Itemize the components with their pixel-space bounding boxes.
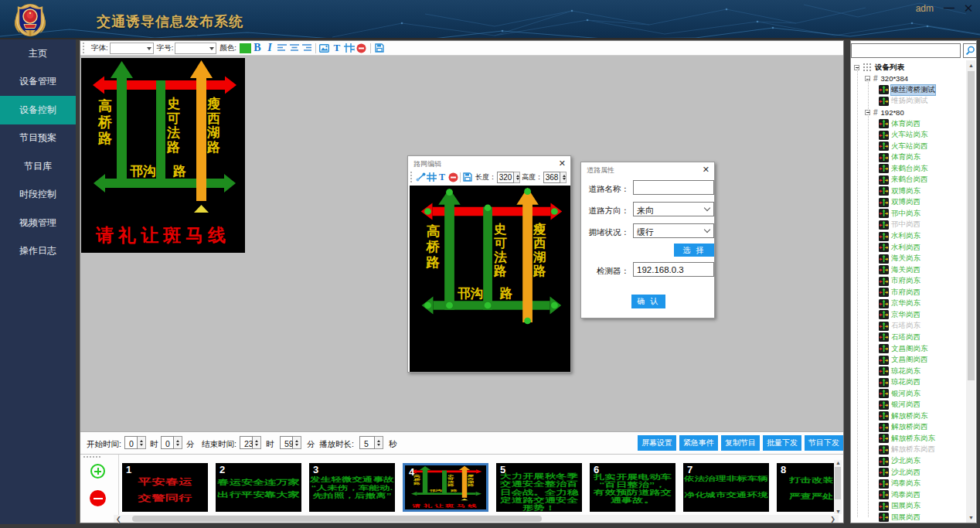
draw-road-button[interactable] — [416, 171, 426, 183]
tree-device-海关岗西[interactable]: 海关岗西 — [891, 265, 920, 275]
road-direction-select[interactable]: 来向 — [633, 202, 714, 216]
device-search-input[interactable] — [851, 43, 961, 58]
road-name-input[interactable] — [633, 180, 714, 195]
italic-button[interactable]: I — [264, 42, 275, 54]
tree-device-水利岗东[interactable]: 水利岗东 — [891, 231, 920, 241]
horizontal-scrollbar[interactable]: ❮ ❯ — [114, 515, 839, 523]
tree-device-琼花岗西[interactable]: 琼花岗西 — [891, 377, 920, 387]
delete-program-button[interactable] — [90, 490, 106, 506]
action-button-复制节目[interactable]: 复制节目 — [721, 435, 760, 451]
tree-device-银河岗西[interactable]: 银河岗西 — [891, 400, 920, 410]
road-node-handle[interactable] — [524, 318, 531, 325]
tree-device-文昌阁岗东[interactable]: 文昌阁岗东 — [891, 344, 928, 354]
delete-tool-button[interactable] — [448, 171, 458, 183]
network-edit-canvas[interactable]: 高桥路史可法路瘦西湖路邗沟路 — [410, 186, 570, 372]
tree-device-邗中岗西[interactable]: 邗中岗西 — [891, 220, 920, 230]
add-program-button[interactable] — [90, 464, 105, 479]
program-thumbnail-6[interactable]: 6扎实开展电动车“百日整治”，有效预防道路交通事故。 — [590, 463, 675, 512]
end-hour-spinner[interactable]: 23 — [240, 436, 261, 449]
tree-device-体育岗东[interactable]: 体育岗东 — [891, 152, 920, 162]
spinner-buttons[interactable] — [375, 436, 383, 449]
road-node-handle[interactable] — [551, 208, 558, 215]
tree-device-鸿泰岗东[interactable]: 鸿泰岗东 — [891, 479, 920, 489]
save-network-button[interactable] — [463, 171, 473, 183]
sidebar-item-主页[interactable]: 主页 — [0, 39, 76, 68]
tree-device-来鹤台岗东[interactable]: 来鹤台岗东 — [891, 164, 928, 174]
tree-device-市府岗西[interactable]: 市府岗西 — [891, 288, 920, 298]
tree-root-label[interactable]: 设备列表 — [875, 63, 904, 73]
spinner-buttons[interactable] — [253, 436, 261, 449]
scrollbar-thumb[interactable] — [968, 71, 975, 380]
tree-device-邗中岗东[interactable]: 邗中岗东 — [891, 209, 920, 219]
tree-device-市府岗东[interactable]: 市府岗东 — [891, 276, 920, 286]
tree-device-国展岗东[interactable]: 国展岗东 — [891, 501, 920, 511]
start-hour-spinner[interactable]: 0 — [124, 436, 146, 449]
tree-group-192*80[interactable]: 192*80 — [881, 108, 904, 117]
start-minute-spinner[interactable]: 0 — [161, 436, 182, 449]
tree-device-水利岗西[interactable]: 水利岗西 — [891, 243, 920, 253]
save-button[interactable] — [374, 42, 385, 54]
font-size-select[interactable] — [175, 43, 216, 54]
tree-scrollbar[interactable]: ▲ ▼ — [966, 60, 975, 523]
road-node-handle[interactable] — [424, 302, 431, 309]
minimize-button[interactable]: — — [941, 2, 957, 14]
tree-device-火车站岗西[interactable]: 火车站岗西 — [891, 141, 928, 152]
height-input[interactable]: 368 — [543, 172, 560, 183]
close-icon[interactable]: ✕ — [703, 165, 709, 175]
congestion-select[interactable]: 缓行 — [633, 223, 714, 238]
road-node-handle[interactable] — [446, 302, 453, 309]
program-thumbnail-4[interactable]: 4高桥路史可法路瘦西湖路邗沟路请礼让斑马线 — [403, 463, 488, 512]
tree-device-解放桥岗东[interactable]: 解放桥岗东 — [891, 411, 928, 421]
tree-device-银河岗东[interactable]: 银河岗东 — [891, 389, 920, 399]
tree-device-沙北岗东[interactable]: 沙北岗东 — [891, 456, 920, 466]
sidebar-item-节目预案[interactable]: 节目预案 — [0, 124, 76, 153]
tree-device-琼花岗东[interactable]: 琼花岗东 — [891, 366, 920, 376]
tree-device-螺丝湾桥测试[interactable]: 螺丝湾桥测试 — [891, 85, 935, 95]
spinner-buttons[interactable] — [174, 436, 182, 449]
action-button-紧急事件[interactable]: 紧急事件 — [679, 435, 718, 451]
align-left-button[interactable] — [277, 42, 288, 54]
close-button[interactable]: ✕ — [961, 2, 976, 15]
program-thumbnail-8[interactable]: 8打击改装“炸严查严处“机 — [777, 463, 835, 512]
sidebar-item-节目库[interactable]: 节目库 — [0, 152, 76, 181]
tree-group-320*384[interactable]: 320*384 — [881, 74, 908, 83]
tree-device-体育岗西[interactable]: 体育岗西 — [891, 119, 920, 129]
program-thumbnail-7[interactable]: 7依法治理非标车辆净化城市交通环境 — [683, 463, 769, 512]
scrollbar-thumb[interactable] — [835, 467, 841, 499]
sidebar-item-设备管理[interactable]: 设备管理 — [0, 68, 76, 97]
text-tool-button[interactable]: T — [437, 171, 447, 183]
bold-button[interactable]: B — [252, 42, 263, 54]
length-spinner-buttons[interactable] — [514, 172, 520, 183]
search-button[interactable] — [963, 43, 977, 58]
sidebar-item-时段控制[interactable]: 时段控制 — [0, 181, 76, 209]
tree-device-文昌阁岗西[interactable]: 文昌阁岗西 — [891, 355, 928, 365]
sidebar-item-设备控制[interactable]: 设备控制 — [0, 96, 76, 124]
sidebar-item-操作日志[interactable]: 操作日志 — [0, 237, 76, 266]
font-family-select[interactable] — [110, 43, 154, 54]
scroll-down-icon[interactable]: ▼ — [968, 515, 974, 520]
tree-device-沙北岗西[interactable]: 沙北岗西 — [891, 468, 920, 478]
tree-device-解放桥岗西[interactable]: 解放桥岗西 — [891, 422, 928, 432]
close-icon[interactable]: ✕ — [559, 158, 566, 169]
action-button-批量下发[interactable]: 批量下发 — [763, 435, 801, 451]
scroll-up-icon[interactable]: ▲ — [835, 460, 841, 465]
road-node-handle[interactable] — [485, 302, 492, 309]
program-thumbnail-5[interactable]: 5大力开展秋冬季交通安全整治百日会战。全力稳定道路交通安全形势！ — [496, 463, 582, 512]
tree-device-京华岗东[interactable]: 京华岗东 — [891, 298, 920, 308]
action-button-节目下发[interactable]: 节目下发 — [805, 435, 843, 451]
tree-device-来鹤台岗西[interactable]: 来鹤台岗西 — [891, 175, 928, 185]
scroll-right-icon[interactable]: ❯ — [830, 516, 835, 523]
select-detector-button[interactable]: 选 择 — [674, 244, 714, 257]
scroll-down-icon[interactable]: ▼ — [835, 509, 841, 514]
tree-device-双博岗东[interactable]: 双博岗东 — [891, 186, 920, 196]
tree-device-京华岗西[interactable]: 京华岗西 — [891, 310, 920, 320]
tree-device-火车站岗东[interactable]: 火车站岗东 — [891, 130, 928, 140]
spinner-buttons[interactable] — [293, 436, 301, 449]
tree-device-石塔岗西[interactable]: 石塔岗西 — [891, 332, 920, 342]
align-right-button[interactable] — [301, 42, 312, 54]
detector-input[interactable] — [633, 262, 714, 277]
vertical-scrollbar[interactable]: ▲ ▼ — [834, 460, 842, 514]
program-thumbnail-2[interactable]: 2春运安全连万家出行平安靠大家 — [216, 463, 301, 512]
road-node-handle[interactable] — [524, 188, 531, 195]
scrollbar-thumb[interactable] — [132, 516, 542, 522]
